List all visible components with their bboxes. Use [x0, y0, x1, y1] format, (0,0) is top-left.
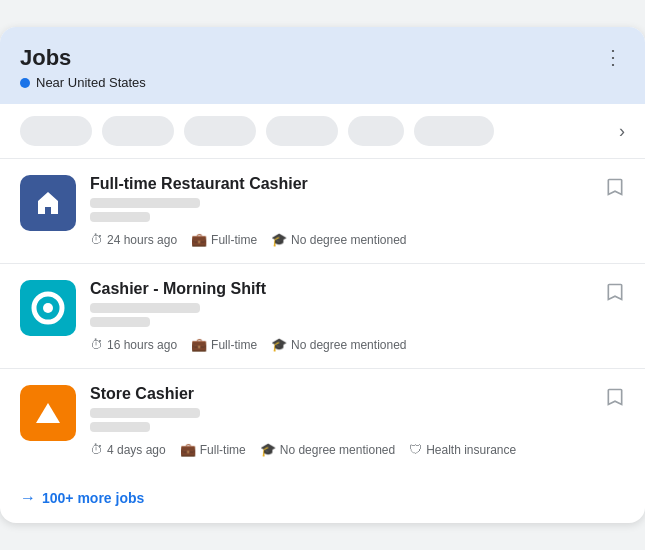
more-options-button[interactable]: ⋮	[601, 45, 625, 69]
company-logo-2	[20, 280, 76, 336]
job-type-1: 💼 Full-time	[191, 232, 257, 247]
bookmark-icon-2	[605, 282, 625, 302]
shield-icon-3: 🛡	[409, 442, 422, 457]
education-1: 🎓 No degree mentioned	[271, 232, 406, 247]
triangle-icon	[32, 397, 64, 429]
arrow-right-icon: →	[20, 489, 36, 507]
job-type-3: 💼 Full-time	[180, 442, 246, 457]
education-2: 🎓 No degree mentioned	[271, 337, 406, 352]
bookmark-button-2[interactable]	[605, 282, 625, 307]
filter-chip-2[interactable]	[102, 116, 174, 146]
benefit-3: 🛡 Health insurance	[409, 442, 516, 457]
job-info-3: Store Cashier ⏱ 4 days ago 💼 Full-time 🎓…	[90, 385, 591, 457]
company-name-skeleton-3	[90, 408, 200, 418]
bookmark-button-1[interactable]	[605, 177, 625, 202]
job-meta-2: ⏱ 16 hours ago 💼 Full-time 🎓 No degree m…	[90, 337, 591, 352]
filter-scroll-right-icon[interactable]: ›	[619, 121, 625, 142]
time-ago-1: ⏱ 24 hours ago	[90, 232, 177, 247]
filter-chip-1[interactable]	[20, 116, 92, 146]
svg-point-1	[43, 303, 53, 313]
company-name-skeleton-1	[90, 198, 200, 208]
bookmark-button-3[interactable]	[605, 387, 625, 412]
more-jobs-row: → 100+ more jobs	[0, 473, 645, 523]
house-icon	[32, 187, 64, 219]
filter-chip-4[interactable]	[266, 116, 338, 146]
education-3: 🎓 No degree mentioned	[260, 442, 395, 457]
job-item-2[interactable]: Cashier - Morning Shift ⏱ 16 hours ago 💼…	[0, 264, 645, 369]
job-type-2: 💼 Full-time	[191, 337, 257, 352]
clock-icon-2: ⏱	[90, 337, 103, 352]
job-title-1: Full-time Restaurant Cashier	[90, 175, 591, 193]
page-title: Jobs	[20, 45, 146, 71]
donut-icon	[31, 291, 65, 325]
header-left: Jobs Near United States	[20, 45, 146, 90]
job-meta-3: ⏱ 4 days ago 💼 Full-time 🎓 No degree men…	[90, 442, 591, 457]
job-meta-1: ⏱ 24 hours ago 💼 Full-time 🎓 No degree m…	[90, 232, 591, 247]
location-text: Near United States	[36, 75, 146, 90]
location-skeleton-2	[90, 317, 150, 327]
briefcase-icon-3: 💼	[180, 442, 196, 457]
time-ago-3: ⏱ 4 days ago	[90, 442, 166, 457]
company-logo-1	[20, 175, 76, 231]
header: Jobs Near United States ⋮	[0, 27, 645, 104]
bookmark-icon-3	[605, 387, 625, 407]
location-skeleton-3	[90, 422, 150, 432]
company-name-skeleton-2	[90, 303, 200, 313]
briefcase-icon-2: 💼	[191, 337, 207, 352]
more-jobs-link[interactable]: → 100+ more jobs	[20, 489, 144, 507]
filter-chip-6[interactable]	[414, 116, 494, 146]
job-info-2: Cashier - Morning Shift ⏱ 16 hours ago 💼…	[90, 280, 591, 352]
degree-icon-3: 🎓	[260, 442, 276, 457]
company-logo-3	[20, 385, 76, 441]
degree-icon-2: 🎓	[271, 337, 287, 352]
job-info-1: Full-time Restaurant Cashier ⏱ 24 hours …	[90, 175, 591, 247]
more-jobs-label: 100+ more jobs	[42, 490, 144, 506]
header-location: Near United States	[20, 75, 146, 90]
clock-icon-1: ⏱	[90, 232, 103, 247]
job-title-2: Cashier - Morning Shift	[90, 280, 591, 298]
bookmark-icon-1	[605, 177, 625, 197]
job-item-1[interactable]: Full-time Restaurant Cashier ⏱ 24 hours …	[0, 159, 645, 264]
location-skeleton-1	[90, 212, 150, 222]
svg-marker-2	[36, 403, 60, 423]
briefcase-icon-1: 💼	[191, 232, 207, 247]
location-dot-icon	[20, 78, 30, 88]
filter-chip-5[interactable]	[348, 116, 404, 146]
job-item-3[interactable]: Store Cashier ⏱ 4 days ago 💼 Full-time 🎓…	[0, 369, 645, 473]
jobs-card: Jobs Near United States ⋮ ›	[0, 27, 645, 523]
clock-icon-3: ⏱	[90, 442, 103, 457]
filter-row: ›	[0, 104, 645, 159]
degree-icon-1: 🎓	[271, 232, 287, 247]
time-ago-2: ⏱ 16 hours ago	[90, 337, 177, 352]
filter-chip-3[interactable]	[184, 116, 256, 146]
job-list: Full-time Restaurant Cashier ⏱ 24 hours …	[0, 159, 645, 473]
job-title-3: Store Cashier	[90, 385, 591, 403]
